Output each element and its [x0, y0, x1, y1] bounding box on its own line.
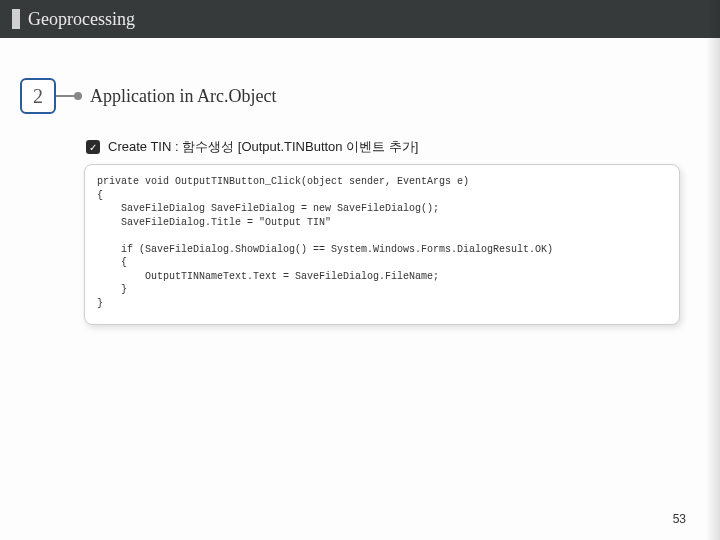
subsection-text: Create TIN : 함수생성 [Output.TINButton 이벤트 … [108, 138, 418, 156]
header-bar: Geoprocessing [0, 0, 720, 38]
section-title: Application in Arc.Object [90, 86, 276, 107]
right-shadow [706, 0, 720, 540]
page-title: Geoprocessing [28, 9, 135, 30]
subsection-row: ✓ Create TIN : 함수생성 [Output.TINButton 이벤… [86, 138, 720, 156]
connector-icon [56, 95, 80, 97]
check-icon: ✓ [86, 140, 100, 154]
header-bullet-icon [12, 9, 20, 29]
section-row: 2 Application in Arc.Object [20, 78, 720, 114]
section-number-box: 2 [20, 78, 56, 114]
code-block: private void OutputTINButton_Click(objec… [84, 164, 680, 325]
page-number: 53 [673, 512, 686, 526]
